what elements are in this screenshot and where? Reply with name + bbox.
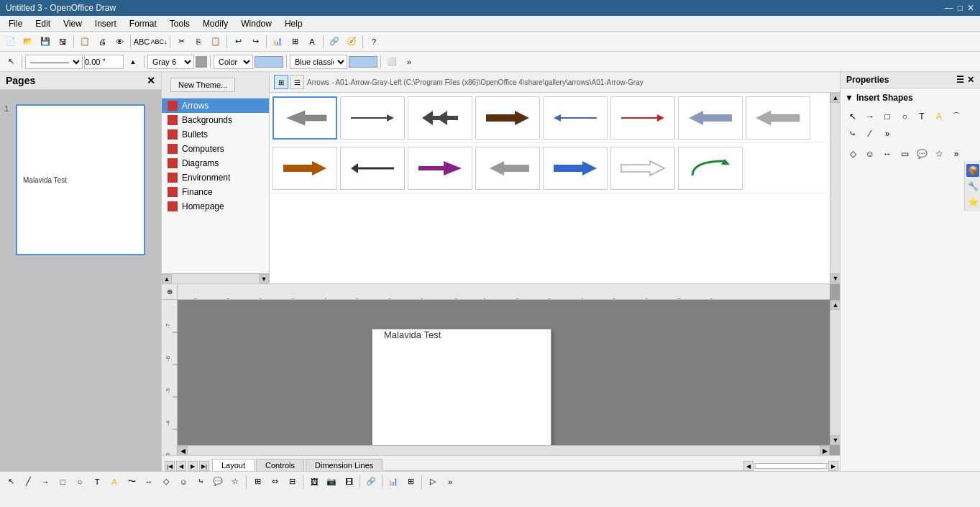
gallery-item-bullets[interactable]: Bullets xyxy=(162,127,269,142)
line-btn[interactable]: ╱ xyxy=(20,474,36,490)
shadow-select[interactable]: Blue classic xyxy=(290,55,347,69)
gallery-item-diagrams[interactable]: Diagrams xyxy=(162,156,269,170)
spellcheck-button[interactable]: ABC xyxy=(134,34,150,50)
double-arrow-tool[interactable]: ↔ xyxy=(879,146,895,162)
menu-window[interactable]: Window xyxy=(235,17,278,30)
arrow-item-12[interactable] xyxy=(475,147,540,190)
scroll-down[interactable]: ▼ xyxy=(259,274,269,284)
extra-btn[interactable]: ▷ xyxy=(425,474,441,490)
image-btn[interactable]: 🖼 xyxy=(306,474,322,490)
save-button[interactable]: 💾 xyxy=(37,34,53,50)
gallery-item-arrows[interactable]: Arrows xyxy=(162,99,269,113)
select-tool[interactable]: ↖ xyxy=(845,109,861,124)
connector-btn[interactable]: ⤷ xyxy=(193,474,209,490)
hyperlink-button[interactable]: 🔗 xyxy=(326,34,342,50)
gallery-item-computers[interactable]: Computers xyxy=(162,142,269,156)
shape-btn-bottom[interactable]: ◇ xyxy=(158,474,174,490)
canvas-content[interactable]: Malavida Test xyxy=(178,300,830,455)
arrow-item-5[interactable] xyxy=(543,96,608,140)
arrow-item-7[interactable] xyxy=(678,96,743,140)
tab-scroll-left[interactable]: ◀ xyxy=(743,461,754,471)
arrow-item-8[interactable] xyxy=(746,96,810,140)
chart-button[interactable]: 📊 xyxy=(270,34,285,50)
curve-tool[interactable]: ⌒ xyxy=(948,109,964,124)
new-button[interactable]: 📄 xyxy=(3,34,19,50)
gallery-list-view-button[interactable]: ☰ xyxy=(290,75,304,89)
ellipse-btn[interactable]: ○ xyxy=(72,474,88,490)
gallery-item-homepage[interactable]: Homepage xyxy=(162,199,269,214)
menu-format[interactable]: Format xyxy=(124,17,162,30)
ellipse-tool[interactable]: ○ xyxy=(897,109,912,124)
paste-button[interactable]: 📋 xyxy=(208,34,224,50)
media-btn[interactable]: 🎞 xyxy=(341,474,357,490)
gallery-item-backgrounds[interactable]: Backgrounds xyxy=(162,113,269,127)
lines-tool[interactable]: ∕ xyxy=(862,126,878,142)
arrow-item-4[interactable] xyxy=(475,96,540,140)
canvas-vertical-scrollbar[interactable]: ▲ ▼ xyxy=(830,300,840,445)
properties-icon-3[interactable]: ⭐ xyxy=(966,196,979,209)
menu-edit[interactable]: Edit xyxy=(29,17,56,30)
redo-button[interactable]: ↪ xyxy=(247,34,263,50)
properties-settings-icon[interactable]: ☰ xyxy=(956,75,964,85)
copy-button[interactable]: ⎘ xyxy=(191,34,206,50)
more-shapes-2[interactable]: » xyxy=(948,146,964,162)
vscroll-up[interactable]: ▲ xyxy=(830,300,840,310)
arrow-item-9[interactable] xyxy=(273,147,337,190)
help-button[interactable]: ? xyxy=(366,34,382,50)
star-btn[interactable]: ☆ xyxy=(227,474,243,490)
flip-btn[interactable]: ⇔ xyxy=(267,474,283,490)
table-button[interactable]: ⊞ xyxy=(287,34,303,50)
hyperlink-btn-bottom[interactable]: 🔗 xyxy=(363,474,379,490)
tab-first-button[interactable]: |◀ xyxy=(165,461,175,471)
print-button[interactable]: 🖨 xyxy=(94,34,110,50)
line-width-up[interactable]: ▲ xyxy=(125,54,141,70)
smiley-btn[interactable]: ☺ xyxy=(175,474,191,490)
menu-help[interactable]: Help xyxy=(279,17,308,30)
more-btn[interactable]: » xyxy=(401,54,417,70)
tab-layout[interactable]: Layout xyxy=(212,459,255,471)
select-mode-button[interactable]: ↖ xyxy=(3,54,19,70)
rect-btn[interactable]: □ xyxy=(55,474,70,490)
properties-icon-1[interactable]: 📦 xyxy=(966,164,979,177)
color-select[interactable]: Gray 6 xyxy=(147,55,194,69)
properties-close-icon[interactable]: ✕ xyxy=(967,75,974,85)
select-btn[interactable]: ↖ xyxy=(3,474,19,490)
table-btn-bottom[interactable]: ⊞ xyxy=(403,474,418,490)
color-fill-button[interactable] xyxy=(196,56,207,68)
new-theme-button[interactable]: New Theme... xyxy=(170,78,235,92)
scroll-up[interactable]: ▲ xyxy=(162,274,172,284)
diamond-tool[interactable]: ◇ xyxy=(845,146,861,162)
hscroll-right[interactable]: ▶ xyxy=(820,446,830,456)
tab-last-button[interactable]: ▶| xyxy=(199,461,209,471)
highlight-tool[interactable]: A xyxy=(931,109,947,124)
more-shapes[interactable]: » xyxy=(879,126,895,142)
callout-btn[interactable]: 💬 xyxy=(210,474,226,490)
cut-button[interactable]: ✂ xyxy=(173,34,189,50)
menu-file[interactable]: File xyxy=(3,17,28,30)
rect-tool[interactable]: □ xyxy=(879,109,895,124)
connector-tool[interactable]: ⤷ xyxy=(845,126,861,142)
line-style-select[interactable]: ————— xyxy=(25,55,83,69)
double-arrow-btn[interactable]: ↔ xyxy=(141,474,157,490)
canvas-area[interactable]: ⊕ -8 -7 -6 -5 -4 -3 -2 xyxy=(162,284,840,455)
vscroll-down[interactable]: ▼ xyxy=(830,435,840,445)
fill-color-button[interactable] xyxy=(255,56,283,68)
display-btn[interactable]: ⬜ xyxy=(384,54,400,70)
tab-dimension-lines[interactable]: Dimension Lines xyxy=(306,459,383,471)
smiley-tool[interactable]: ☺ xyxy=(862,146,878,162)
tab-controls[interactable]: Controls xyxy=(256,459,304,471)
menu-insert[interactable]: Insert xyxy=(89,17,122,30)
canvas-horizontal-scrollbar[interactable]: ◀ ▶ xyxy=(178,445,830,455)
properties-icon-2[interactable]: 🔧 xyxy=(966,180,979,193)
page-thumbnail[interactable]: 1 Malavida Test xyxy=(16,104,145,255)
hscroll-left[interactable]: ◀ xyxy=(178,446,188,456)
image2-btn[interactable]: 📷 xyxy=(324,474,339,490)
preview-button[interactable]: 👁 xyxy=(111,34,127,50)
arrow-tool[interactable]: → xyxy=(862,109,878,124)
tab-prev-button[interactable]: ◀ xyxy=(176,461,186,471)
fill-style-select[interactable]: Color xyxy=(214,55,253,69)
line-width-input[interactable] xyxy=(84,55,124,69)
menu-tools[interactable]: Tools xyxy=(164,17,196,30)
arrow-item-15[interactable] xyxy=(678,147,743,190)
star-tool[interactable]: ☆ xyxy=(931,146,947,162)
